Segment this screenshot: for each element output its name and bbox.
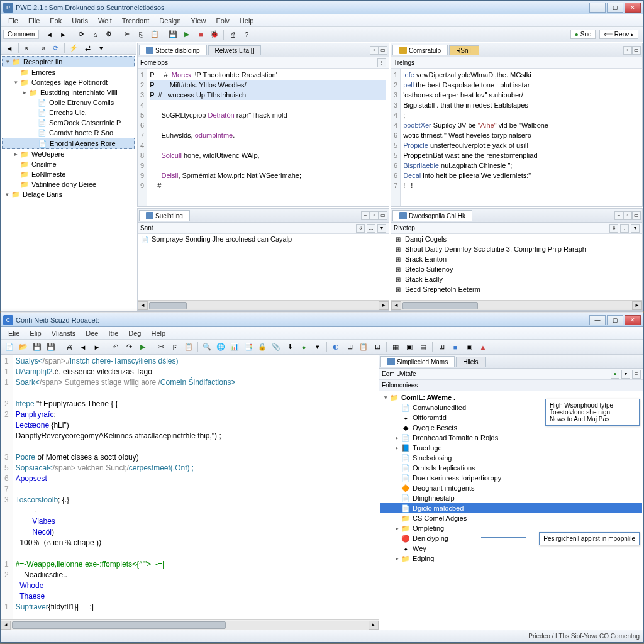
maximize-button[interactable]: ▢ [607,315,623,325]
cut-icon[interactable]: ✂ [121,28,133,41]
tool-icon[interactable]: ⊞ [343,341,356,353]
tab-outline[interactable]: Simpliecled Mams [380,356,455,367]
close-button[interactable]: ✕ [625,3,641,13]
panel-btn[interactable]: ▭ [379,211,387,220]
menu-elie[interactable]: Elie [3,328,25,338]
tab-stack[interactable]: Dwedsopnila Chi Hk [392,210,472,221]
search-icon[interactable]: 🔍 [201,341,213,353]
sync-icon[interactable]: ⟳ [49,42,62,55]
paste-icon[interactable]: 📋 [148,28,161,41]
menu-elip[interactable]: Elip [25,328,46,338]
opt-icon[interactable]: ⋮ [377,58,386,67]
i[interactable]: ▾ [377,224,386,233]
i[interactable]: ⇩ [609,224,618,233]
redo-icon[interactable]: ↷ [123,341,135,353]
paste-icon[interactable]: 📋 [182,341,195,353]
back-icon[interactable]: ◄ [43,28,55,41]
menu-eok[interactable]: Eok [45,16,67,26]
horizontal-scrollbar[interactable]: ◄► [1,619,379,630]
menu-dee[interactable]: Dee [80,328,103,338]
i[interactable]: … [367,224,375,233]
link-icon[interactable]: ⇄ [81,42,94,55]
gear-icon[interactable]: ⚙ [103,28,115,41]
save-icon[interactable]: 💾 [167,28,179,41]
outline-item[interactable]: 📄Ornts ls Ireplications [380,463,642,473]
menu-weit[interactable]: Weit [93,16,117,26]
tool-icon[interactable]: 📎 [270,341,282,353]
stop-icon[interactable]: ■ [194,28,207,41]
tool-icon[interactable]: 📊 [228,341,241,353]
horizontal-scrollbar[interactable]: ◄► [391,300,642,310]
code-editor[interactable]: 1112235673121Sualys</span>./Instch chere… [1,355,379,630]
horizontal-scrollbar[interactable]: ◄► [138,300,389,310]
list-item[interactable]: ⊞Secd Srephetoln Eeterm [391,284,642,294]
globe-icon[interactable]: 🌐 [214,341,227,353]
minimize-button[interactable]: — [589,315,606,325]
menu-vliansts[interactable]: Vliansts [47,328,81,338]
tool-icon[interactable]: ▤ [417,341,430,353]
refresh-icon[interactable]: ⟳ [75,28,87,41]
maximize-button[interactable]: ▢ [607,3,623,13]
menu-deg[interactable]: Deg [123,328,146,338]
tree-node[interactable]: 📄Enordhl Aeanes Rore [2,138,135,149]
tool-icon[interactable]: ▣ [403,341,416,353]
tree-node[interactable]: ▸📁WeUepere [2,149,135,159]
outline-item[interactable]: ▸📁Edping [380,553,642,564]
run-icon[interactable]: ▶ [180,28,193,41]
tab-help[interactable]: Hliels [456,357,485,367]
i[interactable]: ▾ [621,370,630,379]
outline-item[interactable]: 📄Sinelsdosing [380,453,642,463]
tool-icon[interactable]: ◐ [330,341,342,353]
nav-back-icon[interactable]: ◄ [3,42,16,55]
forward-icon[interactable]: ► [91,341,103,353]
i[interactable]: ⇩ [356,224,365,233]
tool-icon[interactable]: 📋 [357,341,370,353]
list-item[interactable]: ⊞Srack Eanton [391,254,642,264]
i[interactable]: ● [611,370,619,379]
save-icon[interactable]: 💾 [31,341,43,353]
tree-node[interactable]: 📄Oolie Etrenuy Comils [2,97,135,108]
tree-node[interactable]: ▸📁Eustdting Intenchlato Vilil [2,87,135,97]
outline-item[interactable]: 🔶Deognant imtogents [380,483,642,493]
tool-icon[interactable]: ▾ [311,341,324,353]
forward-icon[interactable]: ► [57,28,69,41]
panel-btn[interactable]: ▭ [632,211,641,220]
menu-trendont[interactable]: Trendont [117,16,155,26]
list-item[interactable]: 📄Sompraye Sonding Jlre arcolnesd can Cay… [138,234,389,244]
outline-item[interactable]: ▸📄Drenheaad Tomaite a Rojds [380,433,642,443]
tab-editor2b[interactable]: RSnT [449,45,479,55]
debug-icon[interactable]: 🐞 [208,28,221,41]
tab-editor1[interactable]: Stocte disbloinp [139,45,207,55]
new-icon[interactable]: 📄 [3,341,16,353]
tool-icon[interactable]: ▦ [389,341,402,353]
panel-btn[interactable]: ≡ [361,211,370,220]
undo-icon[interactable]: ↶ [109,341,121,353]
menu-design[interactable]: Design [154,16,186,26]
list-item[interactable]: ⊞Stack Eaclly [391,274,642,284]
menu-itre[interactable]: Itre [103,328,123,338]
saveall-icon[interactable]: 💾 [45,341,57,353]
menu-icon[interactable]: ▾ [95,42,108,55]
tree-node[interactable]: 📁Vatinlnee dony Beiee [2,179,135,189]
i[interactable]: ▾ [631,224,640,233]
tree-node[interactable]: ▾📁Delage Baris [2,189,135,199]
outline-item[interactable]: 📄Dlinghnestalp [380,493,642,503]
list-item[interactable]: ⊞Steclo Sutienoy [391,264,642,274]
tree-node[interactable]: 📁Emores [2,67,135,77]
i[interactable]: ≡ [632,370,641,379]
panel-btn[interactable]: ▫ [623,211,632,220]
menu-uaris[interactable]: Uaris [67,16,93,26]
grid-icon[interactable]: ⊞ [435,341,448,353]
tab-problems[interactable]: Suelbtling [139,210,190,221]
tree-node[interactable]: 📄Camdvt hoete R Sno [2,128,135,138]
menu-ele[interactable]: Ele [3,16,23,26]
panel-max-icon[interactable]: ▭ [632,46,641,55]
menu-help[interactable]: Help [147,328,171,338]
outline-item[interactable]: 📄Dgicło malocbed [380,503,642,513]
outline-item[interactable]: ▸📘Truerluge [380,443,642,453]
menu-eolv[interactable]: Eolv [211,16,234,26]
tool-icon[interactable]: 🔒 [256,341,269,353]
minimize-button[interactable]: — [589,3,606,13]
tree-node[interactable]: 📁EoNImeste [2,169,135,179]
tab-editor1b[interactable]: Relwets Lita [] [208,45,262,55]
